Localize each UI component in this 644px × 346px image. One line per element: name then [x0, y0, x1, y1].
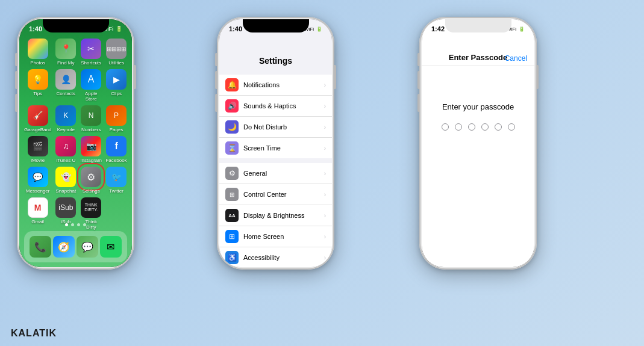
- phone1: 1:40 ▪▪▪ WiFi 🔋 Photos 📍: [17, 17, 134, 270]
- divider: [422, 66, 534, 66]
- volume-down-button-2[interactable]: [215, 94, 217, 112]
- general-chevron: ›: [324, 170, 326, 177]
- app-tips[interactable]: 💡 Tips: [24, 69, 51, 102]
- passcode-dot-5: [495, 123, 502, 131]
- app-clips[interactable]: ▶ Clips: [105, 69, 127, 102]
- dock-messages[interactable]: 💬: [77, 236, 98, 258]
- keynote-label: Keynote: [57, 127, 75, 132]
- sounds-label: Sounds & Haptics: [243, 102, 324, 110]
- app-utilities[interactable]: ⊞⊞⊞⊞ Utilities: [105, 39, 127, 66]
- passcode-dot-1: [442, 123, 449, 131]
- phone3-screen-inner: 1:42 ▪▪▪ WiFi 🔋 Enter Passcode Cancel En…: [422, 19, 534, 267]
- settings-title-bar: Settings: [219, 36, 332, 70]
- passcode-dots: [442, 123, 515, 131]
- passcode-title: Enter Passcode: [449, 53, 508, 62]
- settings-title: Settings: [259, 56, 292, 66]
- volume-down-button-3[interactable]: [417, 94, 419, 112]
- settings-row-donotdisturb[interactable]: 🌙 Do Not Disturb ›: [219, 117, 332, 138]
- instagram-label: Instagram: [80, 158, 102, 163]
- mute-button-3[interactable]: [417, 53, 419, 66]
- app-grid: Photos 📍 Find My ✂ Shortcuts ⊞⊞⊞⊞ Utilit…: [19, 36, 132, 230]
- dock-phone[interactable]: 📞: [30, 236, 51, 258]
- passcode-dot-4: [481, 123, 489, 131]
- battery-icon: 🔋: [116, 26, 122, 32]
- app-shortcuts[interactable]: ✂ Shortcuts: [80, 39, 102, 66]
- phone2-screen-inner: 1:40 ▪▪▪ WiFi 🔋 Settings 🔔 Notifications: [219, 19, 332, 267]
- accessibility-chevron: ›: [324, 255, 326, 261]
- volume-up-button-2[interactable]: [215, 71, 217, 89]
- volume-up-button-3[interactable]: [417, 71, 419, 89]
- app-garageband[interactable]: 🎸 GarageBand: [24, 105, 51, 132]
- settings-row-display[interactable]: AA Display & Brightness ›: [219, 205, 332, 226]
- photos-label: Photos: [30, 60, 45, 66]
- empty-slot: [106, 197, 127, 218]
- power-button[interactable]: [134, 65, 136, 89]
- battery-icon-3: 🔋: [519, 26, 525, 32]
- donotdisturb-label: Do Not Disturb: [243, 123, 324, 131]
- itunes-label: iTunes U: [56, 158, 75, 163]
- app-photos[interactable]: Photos: [24, 39, 51, 66]
- settings-row-screentime[interactable]: ⌛ Screen Time ›: [219, 138, 332, 158]
- mute-button[interactable]: [15, 53, 17, 66]
- app-instagram[interactable]: 📷 Instagram: [80, 136, 102, 163]
- garageband-label: GarageBand: [24, 127, 51, 132]
- volume-down-button[interactable]: [15, 94, 17, 112]
- pages-icon: P: [106, 105, 127, 126]
- app-twitter[interactable]: 🐦 Twitter: [105, 167, 127, 194]
- contacts-icon: 👤: [55, 69, 76, 90]
- utilities-label: Utilities: [108, 60, 124, 66]
- imovie-icon: 🎬: [28, 136, 48, 156]
- app-appstore[interactable]: A Apple Store: [80, 69, 102, 102]
- accessibility-label: Accessibility: [243, 254, 324, 261]
- page-dots: [19, 223, 132, 226]
- phone1-screen: 1:40 ▪▪▪ WiFi 🔋 Photos 📍: [19, 19, 132, 267]
- settings-row-notifications[interactable]: 🔔 Notifications ›: [219, 75, 332, 96]
- power-button-2[interactable]: [334, 65, 336, 89]
- findmy-label: Find My: [57, 60, 74, 66]
- notifications-chevron: ›: [324, 82, 326, 88]
- settings-row-general[interactable]: ⚙ General ›: [219, 163, 332, 184]
- volume-up-button[interactable]: [15, 71, 17, 89]
- settings-row-homescreen[interactable]: ⊞ Home Screen ›: [219, 226, 332, 247]
- phone2: 1:40 ▪▪▪ WiFi 🔋 Settings 🔔 Notifications: [217, 17, 334, 270]
- notifications-label: Notifications: [243, 81, 324, 88]
- findmy-icon: 📍: [55, 39, 76, 59]
- app-imovie[interactable]: 🎬 iMovie: [24, 136, 51, 163]
- display-label: Display & Brightness: [243, 212, 324, 219]
- app-settings[interactable]: ⚙ Settings: [80, 167, 102, 194]
- dock-safari[interactable]: 🧭: [53, 236, 75, 258]
- app-snapchat[interactable]: 👻 Snapchat: [55, 167, 77, 194]
- appstore-icon: A: [81, 69, 101, 90]
- app-pages[interactable]: P Pages: [105, 105, 127, 132]
- accessibility-icon: ♿: [225, 251, 239, 264]
- snapchat-icon: 👻: [55, 167, 76, 187]
- photos-icon: [28, 39, 48, 59]
- twitter-label: Twitter: [109, 188, 123, 194]
- app-contacts[interactable]: 👤 Contacts: [55, 69, 77, 102]
- donotdisturb-icon: 🌙: [225, 120, 239, 134]
- tips-label: Tips: [33, 91, 42, 96]
- app-keynote[interactable]: K Keynote: [55, 105, 77, 132]
- dock-whatsapp[interactable]: ✉: [100, 236, 122, 258]
- settings-row-controlcenter[interactable]: ⊞ Control Center ›: [219, 184, 332, 205]
- mute-button-2[interactable]: [215, 53, 217, 66]
- phone3: 1:42 ▪▪▪ WiFi 🔋 Enter Passcode Cancel En…: [419, 17, 537, 270]
- notch-3: [445, 19, 511, 32]
- twitter-icon: 🐦: [106, 167, 127, 187]
- settings-row-accessibility[interactable]: ♿ Accessibility ›: [219, 247, 332, 267]
- isub-icon: iSub: [55, 197, 76, 218]
- app-itunes[interactable]: ♫ iTunes U: [55, 136, 77, 163]
- settings-row-sounds[interactable]: 🔊 Sounds & Haptics ›: [219, 96, 332, 117]
- app-messenger[interactable]: 💬 Messenger: [24, 167, 51, 194]
- tips-icon: 💡: [28, 69, 48, 90]
- gmail-icon: M: [28, 197, 48, 218]
- app-findmy[interactable]: 📍 Find My: [55, 39, 77, 66]
- cancel-button[interactable]: Cancel: [505, 54, 527, 63]
- donotdisturb-chevron: ›: [324, 124, 326, 131]
- battery-icon-2: 🔋: [316, 26, 322, 32]
- settings-content: 🔔 Notifications › 🔊 Sounds & Haptics › 🌙…: [219, 70, 332, 267]
- power-button-3[interactable]: [537, 65, 539, 89]
- app-numbers[interactable]: N Numbers: [80, 105, 102, 132]
- numbers-label: Numbers: [81, 127, 101, 132]
- app-facebook[interactable]: f Facebook: [105, 136, 127, 163]
